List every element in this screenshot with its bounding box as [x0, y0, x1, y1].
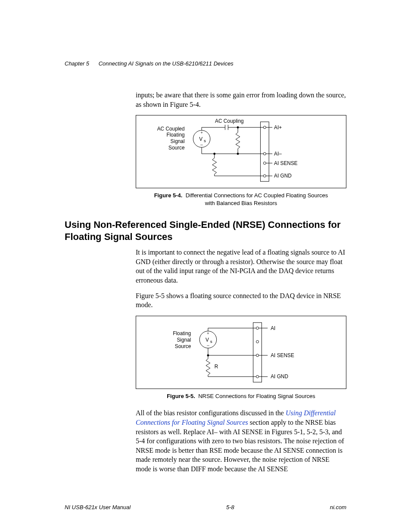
fig54-ai-gnd: AI GND — [274, 173, 292, 179]
fig55-ai-gnd: AI GND — [271, 373, 288, 380]
last-pre: All of the bias resistor configurations … — [136, 409, 286, 417]
page-footer: NI USB-621x User Manual 5-8 ni.com — [65, 504, 346, 510]
nrse-para-2: Figure 5-5 shows a floating source conne… — [136, 291, 346, 310]
terminal-icon — [263, 175, 266, 177]
last-para-text: All of the bias resistor configurations … — [136, 408, 346, 473]
terminal-icon — [256, 375, 259, 378]
section-heading-nrse: Using Non-Referenced Single-Ended (NRSE)… — [65, 219, 346, 243]
fig55-caption-text: NRSE Connections for Floating Signal Sou… — [198, 393, 315, 399]
fig54-ac-coupling: AC Coupling — [215, 118, 243, 124]
footer-center: 5-8 — [226, 504, 234, 510]
fig54-ai-sense: AI SENSE — [274, 160, 298, 166]
resistor-icon — [206, 355, 210, 376]
nrse-paragraphs: It is important to connect the negative … — [136, 248, 346, 310]
terminal-icon — [256, 340, 259, 343]
intro-text: inputs; be aware that there is some gain… — [136, 90, 346, 109]
fig54-caption-2: with Balanced Bias Resistors — [205, 200, 277, 206]
figure-5-4-caption: Figure 5-4. Differential Connections for… — [136, 192, 346, 207]
resistor-icon — [212, 154, 217, 176]
fig54-source-l2: Floating — [166, 132, 184, 138]
figure-5-5-caption: Figure 5-5. NRSE Connections for Floatin… — [136, 392, 346, 400]
fig55-r: R — [215, 363, 218, 369]
fig55-vs-sub: s — [210, 339, 212, 344]
figure-5-5: Floating Signal Source + V s – AI AI SEN… — [136, 316, 346, 389]
fig55-vs: V — [206, 337, 209, 343]
terminal-icon — [263, 152, 266, 155]
fig55-label: Figure 5-5. — [167, 393, 195, 399]
fig54-caption-1: Differential Connections for AC Coupled … — [186, 192, 328, 199]
connector-icon — [260, 122, 269, 181]
chapter-title: Connecting AI Signals on the USB-6210/62… — [99, 60, 234, 67]
figure-5-4: AC Coupled Floating Signal Source + V s … — [136, 115, 346, 188]
terminal-icon — [256, 327, 259, 330]
figure-5-4-svg: AC Coupled Floating Signal Source + V s … — [136, 115, 346, 188]
fig54-label: Figure 5-4. — [154, 192, 183, 199]
last-paragraph: All of the bias resistor configurations … — [136, 408, 346, 473]
resistor-icon — [236, 128, 240, 154]
fig54-source-l4: Source — [168, 145, 185, 151]
fig55-ai-sense: AI SENSE — [271, 352, 294, 358]
fig55-source-l1: Floating — [173, 330, 191, 336]
figure-5-5-svg: Floating Signal Source + V s – AI AI SEN… — [136, 316, 346, 389]
fig54-ai-plus: AI+ — [274, 124, 282, 131]
page: Chapter 5 Connecting AI Signals on the U… — [0, 0, 411, 532]
terminal-icon — [256, 354, 259, 357]
connector-icon — [253, 323, 262, 382]
fig55-vs-minus: – — [207, 343, 209, 348]
fig54-vs-sub: s — [204, 138, 206, 143]
last-post: section apply to the NRSE bias resistors… — [136, 419, 344, 473]
intro-paragraph: inputs; be aware that there is some gain… — [136, 90, 346, 109]
fig54-vs-plus: + — [200, 131, 203, 135]
footer-right: ni.com — [330, 504, 346, 510]
nrse-para-1: It is important to connect the negative … — [136, 248, 346, 285]
footer-left: NI USB-621x User Manual — [65, 504, 131, 510]
fig55-source-l3: Source — [175, 343, 191, 349]
terminal-icon — [263, 162, 266, 165]
fig54-ai-minus: AI– — [274, 151, 282, 157]
fig55-vs-plus: + — [207, 331, 209, 336]
fig54-source-l3: Signal — [171, 138, 185, 144]
fig54-vs-minus: – — [200, 142, 203, 147]
chapter-number: Chapter 5 — [65, 60, 89, 67]
fig55-ai: AI — [271, 325, 275, 331]
running-header: Chapter 5 Connecting AI Signals on the U… — [65, 60, 346, 67]
terminal-icon — [263, 126, 266, 129]
fig54-vs: V — [199, 136, 202, 142]
fig55-source-l2: Signal — [177, 337, 191, 343]
fig54-source-l1: AC Coupled — [157, 126, 185, 132]
